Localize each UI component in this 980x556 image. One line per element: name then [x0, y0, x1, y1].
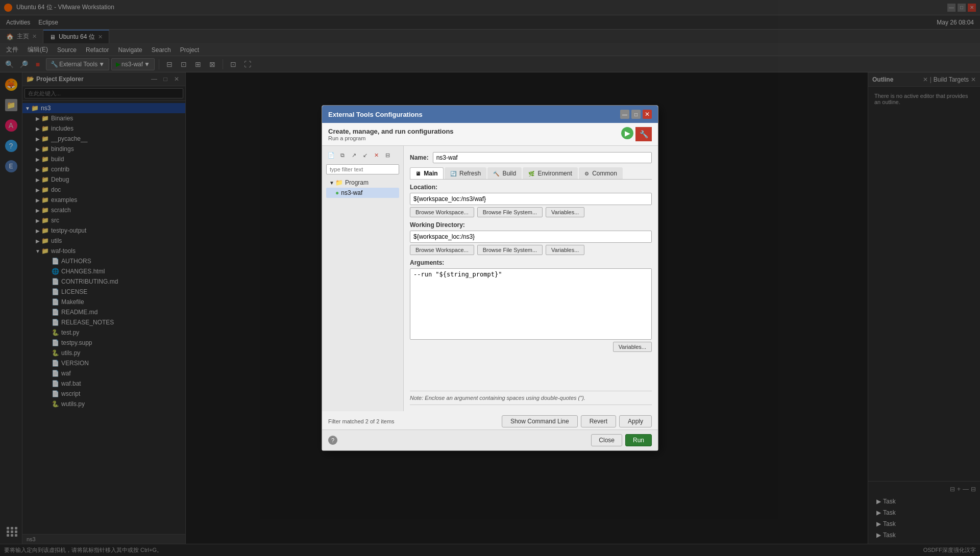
location-label: Location: — [410, 184, 652, 191]
new-config-btn[interactable]: 📄 — [326, 150, 336, 160]
name-input[interactable] — [433, 152, 652, 163]
variables-btn-1[interactable]: Variables... — [546, 207, 584, 217]
refresh-tab-icon: 🔄 — [450, 171, 456, 176]
modal-right-panel: Name: 🖥 Main 🔄 Refresh 🔨 Build — [404, 146, 658, 411]
filter-status: Filter matched 2 of 2 items — [328, 418, 395, 424]
delete-config-btn[interactable]: ✕ — [371, 150, 381, 160]
arguments-textarea[interactable]: --run "${string_prompt}" — [410, 268, 652, 340]
modal-subtitle: Create, manage, and run configurations — [328, 128, 454, 135]
browse-file-system-btn-2[interactable]: Browse File System... — [477, 245, 543, 255]
location-buttons: Browse Workspace... Browse File System..… — [410, 207, 652, 217]
location-input[interactable] — [410, 193, 652, 205]
tab-environment[interactable]: 🌿 Environment — [523, 167, 578, 179]
refresh-tab-label: Refresh — [459, 170, 481, 177]
modal-run-program: Run a program — [328, 135, 454, 141]
location-section: Location: Browse Workspace... Browse Fil… — [410, 184, 652, 217]
footer-right-area: Close Run — [591, 434, 652, 446]
main-tab-label: Main — [424, 170, 437, 177]
tab-common[interactable]: ⚙ Common — [579, 167, 623, 179]
config-filter-input[interactable] — [326, 164, 399, 174]
program-label: Program — [345, 179, 369, 186]
env-tab-label: Environment — [537, 170, 572, 177]
build-tab-icon: 🔨 — [493, 171, 499, 176]
modal-left-panel: 📄 ⧉ ↗ ↙ ✕ ⊟ ▼ 📁 Program ● ns3-waf — [322, 146, 404, 411]
common-tab-icon: ⚙ — [584, 171, 589, 176]
import-btn[interactable]: ↙ — [360, 150, 370, 160]
close-modal-btn[interactable]: Close — [591, 434, 622, 446]
modal-tabs: 🖥 Main 🔄 Refresh 🔨 Build 🌿 Environment — [410, 167, 652, 180]
modal-minimize-btn[interactable]: — — [620, 110, 629, 119]
run-indicator: ▶ — [621, 127, 633, 139]
ns3waf-tree-item[interactable]: ● ns3-waf — [326, 188, 399, 198]
note-section: Note: Enclose an argument containing spa… — [410, 391, 652, 405]
modal-header-area: Create, manage, and run configurations R… — [322, 123, 658, 146]
working-dir-section: Working Directory: Browse Workspace... B… — [410, 221, 652, 255]
common-tab-label: Common — [592, 170, 617, 177]
name-label: Name: — [410, 154, 429, 161]
show-command-line-btn[interactable]: Show Command Line — [502, 415, 578, 427]
tab-main[interactable]: 🖥 Main — [410, 167, 444, 179]
name-row: Name: — [410, 152, 652, 163]
modal-maximize-btn[interactable]: □ — [631, 110, 641, 119]
browse-workspace-btn-1[interactable]: Browse Workspace... — [410, 207, 474, 217]
tab-refresh[interactable]: 🔄 Refresh — [445, 167, 486, 179]
help-question-icon[interactable]: ? — [328, 436, 337, 445]
browse-file-system-btn-1[interactable]: Browse File System... — [477, 207, 543, 217]
modal-overlay: External Tools Configurations — □ ✕ Crea… — [0, 0, 980, 556]
modal-titlebar-title: External Tools Configurations — [328, 111, 620, 118]
main-tab-icon: 🖥 — [415, 171, 421, 176]
modal-left-toolbar: 📄 ⧉ ↗ ↙ ✕ ⊟ — [326, 150, 399, 160]
working-dir-input[interactable] — [410, 231, 652, 243]
working-dir-buttons: Browse Workspace... Browse File System..… — [410, 245, 652, 255]
external-tools-modal: External Tools Configurations — □ ✕ Crea… — [322, 105, 658, 451]
modal-titlebar: External Tools Configurations — □ ✕ — [322, 106, 658, 123]
modal-action-buttons: Show Command Line Revert Apply — [502, 415, 652, 427]
ns3waf-dot-icon: ● — [335, 189, 339, 196]
program-tree-item[interactable]: ▼ 📁 Program — [326, 178, 399, 188]
run-btn[interactable]: Run — [625, 434, 652, 446]
tools-icon: 🔧 — [635, 127, 652, 141]
modal-bottom-actions: Filter matched 2 of 2 items Show Command… — [322, 411, 658, 429]
program-folder-icon: 📁 — [335, 179, 343, 186]
build-tab-label: Build — [502, 170, 516, 177]
working-dir-label: Working Directory: — [410, 221, 652, 229]
copy-config-btn[interactable]: ⧉ — [337, 150, 348, 160]
ns3waf-tree-label: ns3-waf — [341, 189, 362, 196]
arguments-label: Arguments: — [410, 259, 652, 266]
browse-workspace-btn-2[interactable]: Browse Workspace... — [410, 245, 474, 255]
env-tab-icon: 🌿 — [528, 171, 534, 176]
apply-btn[interactable]: Apply — [619, 415, 652, 427]
note-text: Note: Enclose an argument containing spa… — [410, 395, 585, 401]
revert-btn[interactable]: Revert — [581, 415, 616, 427]
modal-footer: ? Close Run — [322, 429, 658, 450]
modal-close-btn[interactable]: ✕ — [643, 110, 652, 119]
export-btn[interactable]: ↗ — [349, 150, 359, 160]
variables-btn-2[interactable]: Variables... — [546, 245, 584, 255]
tab-build[interactable]: 🔨 Build — [487, 167, 522, 179]
variables-btn-3[interactable]: Variables... — [613, 342, 652, 352]
modal-body: 📄 ⧉ ↗ ↙ ✕ ⊟ ▼ 📁 Program ● ns3-waf — [322, 146, 658, 411]
collapse-btn[interactable]: ⊟ — [382, 150, 393, 160]
arguments-section: Arguments: --run "${string_prompt}" Vari… — [410, 259, 652, 387]
footer-left-area: ? — [328, 436, 337, 445]
